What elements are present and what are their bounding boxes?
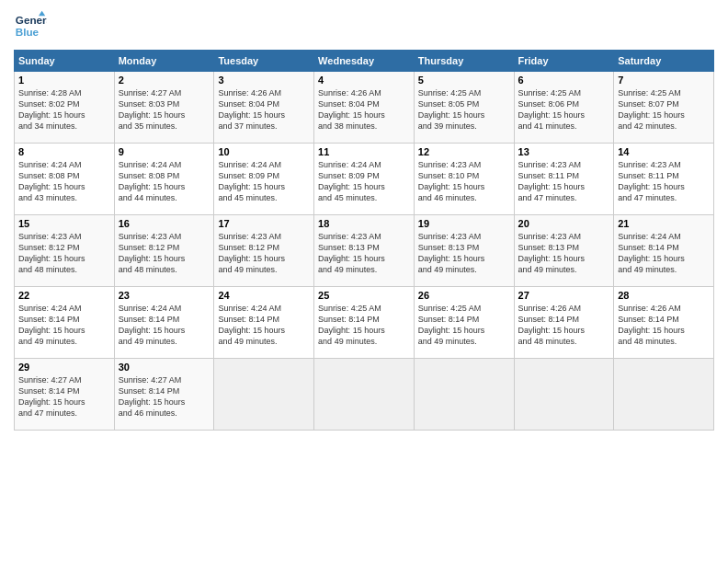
logo: General Blue [14,9,47,42]
day-cell: 2Sunrise: 4:27 AM Sunset: 8:03 PM Daylig… [114,72,214,144]
day-number: 19 [418,218,510,229]
day-cell: 12Sunrise: 4:23 AM Sunset: 8:10 PM Dayli… [414,144,514,215]
day-number: 30 [119,362,210,373]
day-info: Sunrise: 4:26 AM Sunset: 8:14 PM Dayligh… [518,303,610,348]
day-cell [214,359,314,431]
day-info: Sunrise: 4:23 AM Sunset: 8:13 PM Dayligh… [518,231,610,276]
day-number: 29 [18,362,110,373]
day-info: Sunrise: 4:24 AM Sunset: 8:09 PM Dayligh… [218,159,310,204]
day-info: Sunrise: 4:23 AM Sunset: 8:11 PM Dayligh… [618,159,710,204]
day-cell: 10Sunrise: 4:24 AM Sunset: 8:09 PM Dayli… [214,144,314,215]
week-row-4: 22Sunrise: 4:24 AM Sunset: 8:14 PM Dayli… [15,287,714,359]
day-cell: 15Sunrise: 4:23 AM Sunset: 8:12 PM Dayli… [15,215,115,287]
header-monday: Monday [114,51,214,72]
calendar-header: SundayMondayTuesdayWednesdayThursdayFrid… [15,51,714,72]
day-cell [314,359,415,431]
day-info: Sunrise: 4:24 AM Sunset: 8:14 PM Dayligh… [218,303,310,348]
day-number: 17 [218,218,310,229]
day-info: Sunrise: 4:24 AM Sunset: 8:14 PM Dayligh… [18,303,110,348]
day-number: 27 [518,290,610,301]
day-cell: 7Sunrise: 4:25 AM Sunset: 8:07 PM Daylig… [614,72,714,144]
header-thursday: Thursday [414,51,514,72]
week-row-5: 29Sunrise: 4:27 AM Sunset: 8:14 PM Dayli… [15,359,714,431]
day-number: 15 [18,218,110,229]
day-number: 16 [119,218,210,229]
day-info: Sunrise: 4:23 AM Sunset: 8:10 PM Dayligh… [418,159,510,204]
day-cell: 18Sunrise: 4:23 AM Sunset: 8:13 PM Dayli… [314,215,415,287]
day-cell: 16Sunrise: 4:23 AM Sunset: 8:12 PM Dayli… [114,215,214,287]
day-number: 4 [318,75,410,86]
day-info: Sunrise: 4:23 AM Sunset: 8:11 PM Dayligh… [518,159,610,204]
day-cell: 9Sunrise: 4:24 AM Sunset: 8:08 PM Daylig… [114,144,214,215]
day-cell: 24Sunrise: 4:24 AM Sunset: 8:14 PM Dayli… [214,287,314,359]
day-cell [614,359,714,431]
day-info: Sunrise: 4:23 AM Sunset: 8:12 PM Dayligh… [18,231,110,276]
day-number: 13 [518,146,610,157]
day-number: 23 [119,290,210,301]
day-number: 8 [18,146,110,157]
day-number: 3 [218,75,310,86]
day-cell: 29Sunrise: 4:27 AM Sunset: 8:14 PM Dayli… [15,359,115,431]
day-info: Sunrise: 4:27 AM Sunset: 8:14 PM Dayligh… [119,374,210,419]
day-cell [414,359,514,431]
day-cell [514,359,614,431]
header-sunday: Sunday [15,51,115,72]
day-info: Sunrise: 4:23 AM Sunset: 8:12 PM Dayligh… [119,231,210,276]
day-number: 26 [418,290,510,301]
day-info: Sunrise: 4:23 AM Sunset: 8:13 PM Dayligh… [418,231,510,276]
day-cell: 21Sunrise: 4:24 AM Sunset: 8:14 PM Dayli… [614,215,714,287]
day-cell: 6Sunrise: 4:25 AM Sunset: 8:06 PM Daylig… [514,72,614,144]
day-info: Sunrise: 4:25 AM Sunset: 8:07 PM Dayligh… [618,87,710,132]
day-info: Sunrise: 4:24 AM Sunset: 8:14 PM Dayligh… [618,231,710,276]
header-tuesday: Tuesday [214,51,314,72]
day-info: Sunrise: 4:28 AM Sunset: 8:02 PM Dayligh… [18,87,110,132]
svg-text:Blue: Blue [16,26,40,38]
day-number: 18 [318,218,410,229]
day-cell: 14Sunrise: 4:23 AM Sunset: 8:11 PM Dayli… [614,144,714,215]
day-cell: 19Sunrise: 4:23 AM Sunset: 8:13 PM Dayli… [414,215,514,287]
day-cell: 22Sunrise: 4:24 AM Sunset: 8:14 PM Dayli… [15,287,115,359]
day-info: Sunrise: 4:24 AM Sunset: 8:09 PM Dayligh… [318,159,410,204]
week-row-3: 15Sunrise: 4:23 AM Sunset: 8:12 PM Dayli… [15,215,714,287]
day-cell: 30Sunrise: 4:27 AM Sunset: 8:14 PM Dayli… [114,359,214,431]
day-number: 11 [318,146,410,157]
header-row: SundayMondayTuesdayWednesdayThursdayFrid… [15,51,714,72]
day-info: Sunrise: 4:25 AM Sunset: 8:06 PM Dayligh… [518,87,610,132]
page: General Blue SundayMondayTuesdayWednesda… [0,0,728,563]
day-number: 6 [518,75,610,86]
day-number: 12 [418,146,510,157]
day-cell: 3Sunrise: 4:26 AM Sunset: 8:04 PM Daylig… [214,72,314,144]
day-cell: 5Sunrise: 4:25 AM Sunset: 8:05 PM Daylig… [414,72,514,144]
header-wednesday: Wednesday [314,51,415,72]
day-number: 9 [119,146,210,157]
day-number: 24 [218,290,310,301]
day-number: 2 [119,75,210,86]
week-row-1: 1Sunrise: 4:28 AM Sunset: 8:02 PM Daylig… [15,72,714,144]
day-cell: 17Sunrise: 4:23 AM Sunset: 8:12 PM Dayli… [214,215,314,287]
week-row-2: 8Sunrise: 4:24 AM Sunset: 8:08 PM Daylig… [15,144,714,215]
day-info: Sunrise: 4:25 AM Sunset: 8:14 PM Dayligh… [418,303,510,348]
day-cell: 11Sunrise: 4:24 AM Sunset: 8:09 PM Dayli… [314,144,415,215]
day-number: 25 [318,290,410,301]
day-number: 1 [18,75,110,86]
day-info: Sunrise: 4:24 AM Sunset: 8:08 PM Dayligh… [119,159,210,204]
day-number: 22 [18,290,110,301]
day-cell: 27Sunrise: 4:26 AM Sunset: 8:14 PM Dayli… [514,287,614,359]
day-info: Sunrise: 4:26 AM Sunset: 8:04 PM Dayligh… [318,87,410,132]
header-friday: Friday [514,51,614,72]
day-info: Sunrise: 4:25 AM Sunset: 8:05 PM Dayligh… [418,87,510,132]
day-info: Sunrise: 4:25 AM Sunset: 8:14 PM Dayligh… [318,303,410,348]
day-cell: 26Sunrise: 4:25 AM Sunset: 8:14 PM Dayli… [414,287,514,359]
day-info: Sunrise: 4:23 AM Sunset: 8:13 PM Dayligh… [318,231,410,276]
day-cell: 25Sunrise: 4:25 AM Sunset: 8:14 PM Dayli… [314,287,415,359]
day-info: Sunrise: 4:27 AM Sunset: 8:03 PM Dayligh… [119,87,210,132]
day-number: 21 [618,218,710,229]
day-cell: 28Sunrise: 4:26 AM Sunset: 8:14 PM Dayli… [614,287,714,359]
day-number: 7 [618,75,710,86]
logo-icon: General Blue [14,9,47,42]
calendar-body: 1Sunrise: 4:28 AM Sunset: 8:02 PM Daylig… [15,72,714,431]
day-cell: 4Sunrise: 4:26 AM Sunset: 8:04 PM Daylig… [314,72,415,144]
day-number: 14 [618,146,710,157]
day-cell: 20Sunrise: 4:23 AM Sunset: 8:13 PM Dayli… [514,215,614,287]
day-number: 5 [418,75,510,86]
